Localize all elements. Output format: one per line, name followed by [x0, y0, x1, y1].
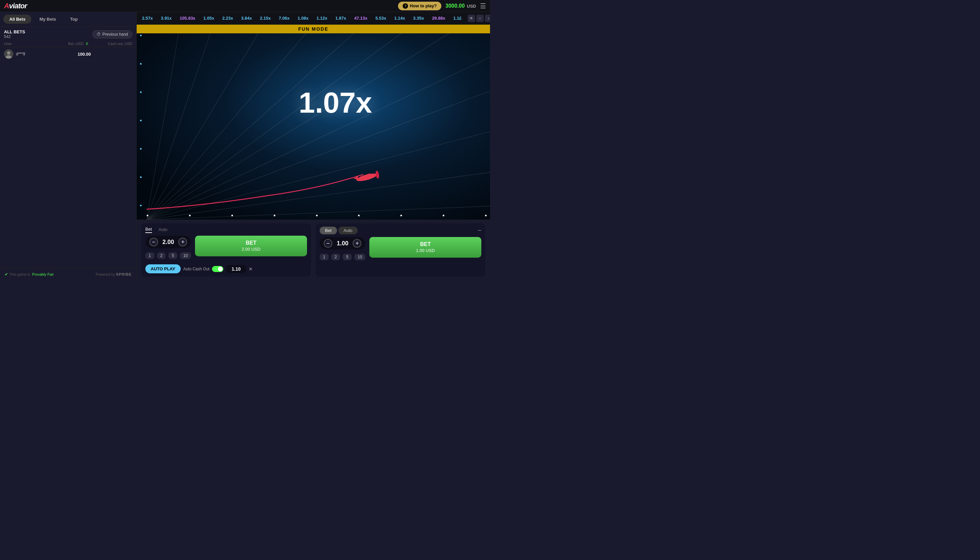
logo: Aviator: [4, 2, 27, 10]
header-right: ? How to play? 3000.00 USD ☰: [398, 2, 486, 10]
avatar: [4, 49, 13, 59]
balance-currency: USD: [466, 3, 476, 9]
y-dot: [140, 205, 142, 206]
hist-item-11[interactable]: 47.13x: [352, 15, 369, 21]
svg-rect-3: [137, 25, 490, 220]
history-nav-eye-button[interactable]: 👁: [468, 15, 475, 22]
quick2-1-button[interactable]: 1: [320, 254, 329, 260]
decrease-bet-2-button[interactable]: −: [324, 239, 332, 248]
bet-panel-2-header: Bet Auto −: [320, 227, 481, 234]
increase-bet-1-button[interactable]: +: [178, 238, 187, 246]
bet-button-amount-1: 2.00 USD: [202, 247, 300, 252]
bet-main-1-button[interactable]: BET 2.00 USD: [195, 236, 307, 256]
right-panel: 2.57x 3.91x 105.83x 1.05x 2.23x 3.84x 2.…: [137, 12, 490, 280]
hist-item-9[interactable]: 1.12x: [314, 15, 329, 21]
bet-panel-2-tabs: Bet Auto: [320, 227, 358, 234]
bet-left-2: − 1.00 + 1 2 5 10: [320, 237, 365, 263]
quick2-2-button[interactable]: 2: [331, 254, 340, 260]
game-canvas: 1.07x: [137, 25, 490, 220]
game-svg: [137, 25, 490, 220]
hist-item-16[interactable]: 1.1£: [451, 15, 464, 21]
how-to-play-label: How to play?: [410, 3, 437, 8]
y-dot: [140, 176, 142, 178]
hist-item-2[interactable]: 105.83x: [178, 15, 197, 21]
question-icon: ?: [403, 3, 408, 9]
previous-hand-button[interactable]: ⏱ Previous hand: [92, 30, 132, 38]
svg-point-19: [375, 170, 380, 179]
auto-cashout-toggle[interactable]: [212, 266, 223, 272]
bet-tab-2-bet[interactable]: Bet: [320, 227, 337, 234]
quick-amounts-1: 1 2 5 10: [145, 252, 191, 259]
this-game-is-label: This game is: [9, 272, 30, 276]
bets-columns-header: User Bet, USD X Cash out, USD: [0, 40, 136, 47]
y-dot: [140, 63, 142, 65]
bet-amount-row-2: − 1.00 +: [320, 237, 365, 250]
col-user-label: User: [4, 42, 48, 46]
x-axis-dots: [147, 215, 487, 216]
hist-item-4[interactable]: 2.23x: [220, 15, 235, 21]
auto-cashout-input[interactable]: [226, 265, 246, 273]
previous-hand-label: Previous hand: [102, 32, 128, 37]
hamburger-menu-button[interactable]: ☰: [480, 2, 486, 10]
history-nav-left-button[interactable]: ‹: [476, 15, 484, 22]
quick-10-button[interactable]: 10: [180, 252, 191, 259]
tab-all-bets[interactable]: All Bets: [3, 15, 31, 24]
game-area: FUN MODE: [137, 25, 490, 220]
sidebar-footer: ✔ This game is Provably Fair Powered by …: [0, 268, 136, 280]
how-to-play-button[interactable]: ? How to play?: [398, 2, 441, 10]
bet-layout-2: − 1.00 + 1 2 5 10 BET: [320, 237, 481, 263]
x-dot: [358, 215, 360, 216]
history-nav-right-button[interactable]: ›: [485, 15, 490, 22]
spribe-label: SPRIBE: [116, 272, 132, 276]
hist-item-8[interactable]: 1.08x: [296, 15, 311, 21]
tab-top[interactable]: Top: [64, 15, 84, 24]
plane-icon: [350, 167, 383, 186]
hist-item-10[interactable]: 1.87x: [333, 15, 348, 21]
x-dot: [274, 215, 275, 216]
quick-1-button[interactable]: 1: [145, 252, 154, 259]
auto-cashout-clear-button[interactable]: ✕: [249, 266, 253, 272]
balance-display: 3000.00 USD: [445, 3, 476, 9]
bet-left-1: − 2.00 + 1 2 5 10: [145, 236, 191, 262]
bet-tab-2-auto[interactable]: Auto: [338, 227, 358, 234]
decrease-bet-1-button[interactable]: −: [149, 238, 158, 246]
bet-layout-1: − 2.00 + 1 2 5 10 BET: [145, 236, 307, 262]
auto-play-button[interactable]: AUTO PLAY: [145, 264, 181, 273]
bet-tab-1-bet[interactable]: Bet: [145, 227, 152, 233]
sidebar: All Bets My Bets Top ALL BETS 542 ⏱ Prev…: [0, 12, 137, 280]
y-axis-dots: [140, 35, 142, 206]
hist-item-1[interactable]: 3.91x: [159, 15, 174, 21]
tab-my-bets[interactable]: My Bets: [33, 15, 62, 24]
x-dot: [443, 215, 444, 216]
bets-header: ALL BETS 542 ⏱ Previous hand: [0, 27, 136, 40]
hist-item-14[interactable]: 3.35x: [411, 15, 426, 21]
bet-main-2-button[interactable]: BET 1.00 USD: [369, 237, 481, 258]
hist-item-7[interactable]: 7.06x: [277, 15, 292, 21]
quick2-5-button[interactable]: 5: [343, 254, 352, 260]
bet-right-2: BET 1.00 USD: [369, 237, 481, 263]
quick-5-button[interactable]: 5: [168, 252, 177, 259]
hist-item-13[interactable]: 1.14x: [392, 15, 407, 21]
bet-row: d***9 100.00: [0, 47, 136, 61]
bet-panel-1-tabs: Bet Auto: [145, 227, 307, 233]
collapse-panel-2-button[interactable]: −: [478, 227, 481, 234]
hist-item-12[interactable]: 5.53x: [373, 15, 388, 21]
quick-2-button[interactable]: 2: [157, 252, 166, 259]
col-x-label: X: [86, 42, 88, 46]
hist-item-3[interactable]: 1.05x: [201, 15, 216, 21]
col-cashout-label: Cash out, USD: [88, 42, 133, 46]
hist-item-0[interactable]: 2.57x: [140, 15, 155, 21]
balance-amount: 3000.00: [445, 3, 465, 9]
bet-tab-1-auto[interactable]: Auto: [159, 227, 168, 233]
hist-item-5[interactable]: 3.84x: [239, 15, 254, 21]
x-dot: [316, 215, 318, 216]
increase-bet-2-button[interactable]: +: [353, 239, 361, 248]
y-dot: [140, 120, 142, 121]
hist-item-6[interactable]: 2.15x: [258, 15, 273, 21]
bet-amount-2-value: 1.00: [335, 240, 350, 247]
quick2-10-button[interactable]: 10: [354, 254, 365, 260]
powered-by: Powered by SPRIBE: [96, 272, 132, 276]
history-nav: 👁 ‹ ›: [468, 15, 490, 22]
hist-item-15[interactable]: 29.88x: [430, 15, 447, 21]
bottom-controls: Bet Auto − 2.00 + 1 2 5: [137, 220, 490, 280]
